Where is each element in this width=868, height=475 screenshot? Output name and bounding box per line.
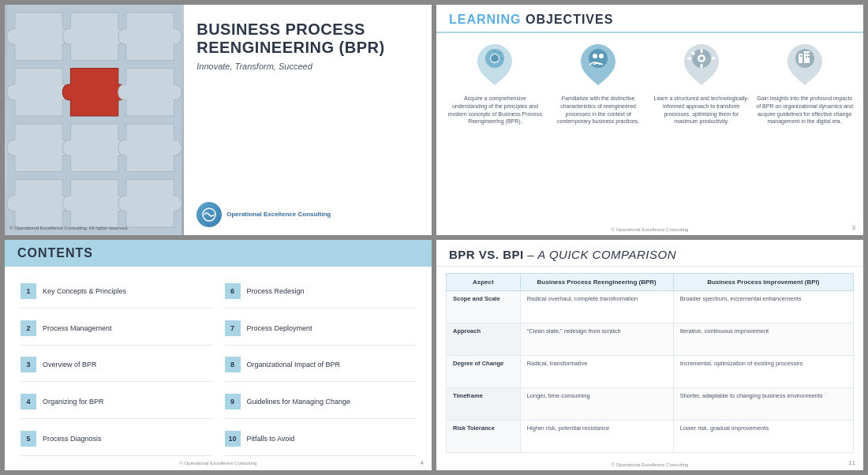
objective-item-1: Acquire a comprehensive understanding of… — [446, 43, 544, 219]
svg-point-7 — [589, 49, 608, 68]
slide-4-bpr-vs-bpi: BPR vs. BPI – A QUICK COMPARISON Aspect … — [436, 240, 863, 470]
objective-item-3: Learn a structured and technologically-i… — [653, 43, 751, 219]
content-number-9: 9 — [225, 394, 241, 410]
content-label-10: Pitfalls to Avoid — [247, 435, 295, 443]
content-number-3: 3 — [21, 357, 36, 372]
content-item-10: 10 Pitfalls to Avoid — [225, 422, 417, 456]
bpr-approach: "Clean slate," redesign from scratch — [520, 324, 673, 356]
content-number-5: 5 — [21, 431, 36, 447]
table-header-bpr: Business Process Reengineering (BPR) — [520, 274, 673, 291]
slide-4-header: BPR vs. BPI – A QUICK COMPARISON — [436, 240, 863, 267]
content-item-4: 4 Organizing for BPR — [21, 385, 212, 419]
objective-text-2: Familiarize with the distinctive charact… — [549, 95, 648, 125]
content-label-2: Process Management — [43, 324, 112, 332]
slide-1-logo: Operational Excellence Consulting — [196, 202, 419, 227]
content-number-2: 2 — [21, 320, 36, 336]
svg-rect-22 — [806, 53, 807, 54]
svg-rect-19 — [799, 54, 803, 63]
table-header-aspect: Aspect — [447, 274, 521, 291]
bpr-timeframe: Longer, time-consuming — [520, 388, 673, 421]
content-item-8: 8 Organizational Impact of BPR — [225, 349, 417, 383]
content-label-5: Process Diagnosis — [43, 435, 102, 443]
content-number-10: 10 — [225, 431, 241, 447]
objective-text-1: Acquire a comprehensive understanding of… — [446, 95, 544, 125]
contents-grid: 1 Key Concepts & Principles 6 Process Re… — [5, 275, 432, 456]
bpr-risk: Higher risk, potential resistance — [520, 421, 673, 453]
table-header-bpi: Business Process Improvement (BPI) — [673, 274, 853, 291]
content-number-1: 1 — [21, 283, 36, 299]
slide-1-bpr-title: © Operational Excellence Consulting. All… — [5, 5, 432, 235]
content-item-2: 2 Process Management — [21, 312, 212, 346]
table-row: Degree of Change Radical, transformative… — [447, 356, 854, 388]
objective-icon-3 — [681, 43, 722, 88]
objective-icon-2 — [578, 43, 619, 88]
slide-4-title: BPR vs. BPI – A QUICK COMPARISON — [449, 248, 851, 261]
bpi-approach: Iterative, continuous improvement — [673, 324, 853, 356]
content-label-8: Organizational Impact of BPR — [247, 361, 341, 368]
content-item-5: 5 Process Diagnosis — [21, 422, 212, 456]
svg-rect-16 — [712, 58, 716, 60]
content-label-3: Overview of BPR — [43, 361, 97, 368]
svg-rect-21 — [800, 55, 802, 57]
objective-item-2: Familiarize with the distinctive charact… — [549, 43, 648, 219]
bpi-degree: Incremental, optimization of existing pr… — [673, 356, 853, 388]
content-number-6: 6 — [225, 283, 241, 299]
comparison-table: Aspect Business Process Reengineering (B… — [446, 273, 854, 453]
slide-3-num: 4 — [421, 459, 424, 466]
content-label-1: Key Concepts & Principles — [43, 287, 126, 295]
aspect-degree: Degree of Change — [447, 356, 521, 388]
aspect-scope: Scope and Scale — [447, 291, 521, 324]
aspect-risk: Risk Tolerance — [447, 421, 521, 453]
svg-rect-13 — [700, 49, 702, 53]
svg-point-12 — [699, 57, 703, 61]
slide-3-copyright: © Operational Excellence Consulting — [5, 456, 432, 470]
content-label-4: Organizing for BPR — [43, 398, 104, 406]
content-item-3: 3 Overview of BPR — [21, 349, 212, 383]
slide-2-copyright: © Operational Excellence Consulting — [436, 224, 863, 235]
aspect-approach: Approach — [447, 324, 521, 356]
slide-4-copyright: © Operational Excellence Consulting — [436, 459, 863, 470]
slide-1-subtitle: Innovate, Transform, Succeed — [196, 62, 419, 71]
bpr-scope: Radical overhaul, complete transformatio… — [520, 291, 673, 324]
svg-point-9 — [599, 54, 604, 58]
slide-3-title: CONTENTS — [17, 246, 419, 260]
content-item-7: 7 Process Deployment — [225, 312, 417, 346]
svg-rect-14 — [700, 64, 702, 68]
slide-2-header: LEARNING OBJECTIVES — [436, 5, 863, 33]
objective-item-4: Gain insights into the profound impacts … — [755, 43, 854, 219]
svg-rect-23 — [808, 53, 810, 54]
slide-2-num: 3 — [852, 224, 855, 231]
content-item-1: 1 Key Concepts & Principles — [21, 275, 212, 309]
svg-point-8 — [593, 54, 597, 58]
slide-1-content: BUSINESS PROCESS REENGINEERING (BPR) Inn… — [184, 5, 432, 235]
slide-1-copyright: © Operational Excellence Consulting. All… — [9, 226, 129, 230]
logo-text-block: Operational Excellence Consulting — [226, 211, 331, 219]
content-label-6: Process Redesign — [247, 287, 305, 295]
svg-rect-24 — [806, 56, 807, 58]
bpi-scope: Broader spectrum, incremental enhancemen… — [673, 291, 853, 324]
content-label-9: Guidelines for Managing Change — [247, 398, 351, 406]
content-item-6: 6 Process Redesign — [225, 275, 417, 309]
svg-rect-25 — [808, 56, 810, 58]
objective-icon-1 — [474, 43, 515, 88]
content-number-8: 8 — [225, 357, 241, 372]
bpr-degree: Radical, transformative — [520, 356, 673, 388]
objectives-grid: Acquire a comprehensive understanding of… — [436, 33, 863, 224]
svg-rect-15 — [687, 58, 691, 60]
bpi-risk: Lower risk, gradual improvements — [673, 421, 853, 453]
content-number-7: 7 — [225, 320, 241, 336]
logo-icon — [196, 202, 222, 227]
slide-2-learning-objectives: LEARNING OBJECTIVES Acquire a comprehens… — [436, 5, 863, 235]
objective-text-4: Gain insights into the profound impacts … — [755, 95, 854, 125]
content-number-4: 4 — [21, 394, 36, 410]
slide-1-image: © Operational Excellence Consulting. All… — [5, 5, 184, 235]
table-row: Scope and Scale Radical overhaul, comple… — [447, 291, 854, 324]
slide-3-header: CONTENTS — [5, 240, 432, 267]
content-label-7: Process Deployment — [247, 324, 312, 332]
table-row: Risk Tolerance Higher risk, potential re… — [447, 421, 854, 453]
content-item-9: 9 Guidelines for Managing Change — [225, 385, 417, 419]
objective-icon-4 — [784, 43, 825, 88]
aspect-timeframe: Timeframe — [447, 388, 521, 421]
slide-3-contents: CONTENTS 1 Key Concepts & Principles 6 P… — [5, 240, 432, 470]
bpi-timeframe: Shorter, adaptable to changing business … — [673, 388, 853, 421]
